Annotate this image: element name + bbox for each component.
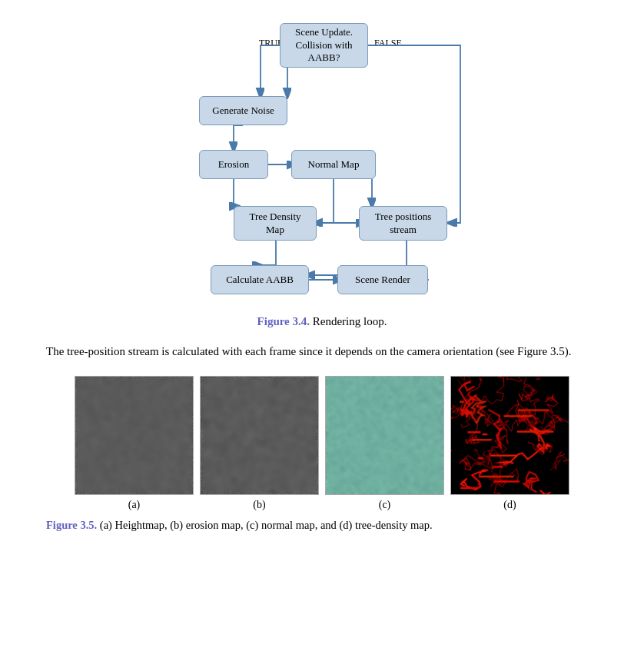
figure35-caption-text: (a) Heightmap, (b) erosion map, (c) norm…	[97, 519, 432, 531]
erosion-box: Erosion	[199, 150, 268, 179]
image-cell-a: (a)	[75, 376, 194, 511]
image-b	[200, 376, 319, 495]
image-a	[75, 376, 194, 495]
figure34-caption: Figure 3.4. Rendering loop.	[46, 315, 598, 328]
erosion-label: Erosion	[218, 158, 249, 171]
image-d	[450, 376, 569, 495]
image-cell-b: (b)	[200, 376, 319, 511]
image-cell-d: (d)	[450, 376, 569, 511]
figure35-caption: Figure 3.5. (a) Heightmap, (b) erosion m…	[46, 517, 598, 534]
tree-positions-box: Tree positionsstream	[359, 206, 447, 241]
flowchart: TRUE FALSE	[161, 15, 483, 307]
images-row: (a) (b) (c) (d)	[46, 376, 598, 511]
figure34-caption-text: Rendering loop.	[310, 315, 387, 327]
scene-render-label: Scene Render	[355, 274, 410, 287]
calculate-aabb-label: Calculate AABB	[226, 274, 294, 287]
figure35-label: Figure 3.5.	[46, 519, 97, 531]
scene-update-box: Scene Update.Collision withAABB?	[280, 23, 368, 68]
image-cell-c: (c)	[325, 376, 444, 511]
image-label-a: (a)	[128, 499, 141, 511]
tree-density-label: Tree DensityMap	[249, 211, 300, 237]
scene-render-box: Scene Render	[337, 265, 428, 294]
body-paragraph: The tree-position stream is calculated w…	[46, 342, 598, 360]
normal-map-box: Normal Map	[291, 150, 376, 179]
svg-text:FALSE: FALSE	[374, 38, 402, 48]
flowchart-container: TRUE FALSE	[46, 15, 598, 307]
tree-density-box: Tree DensityMap	[234, 206, 317, 241]
generate-noise-label: Generate Noise	[212, 105, 274, 118]
scene-update-label: Scene Update.Collision withAABB?	[295, 26, 353, 65]
image-label-d: (d)	[503, 499, 516, 511]
calculate-aabb-box: Calculate AABB	[211, 265, 309, 294]
image-label-c: (c)	[379, 499, 391, 511]
image-label-b: (b)	[253, 499, 265, 511]
figure34-label: Figure 3.4.	[257, 315, 310, 327]
normal-map-label: Normal Map	[308, 158, 360, 171]
generate-noise-box: Generate Noise	[199, 96, 287, 125]
image-c	[325, 376, 444, 495]
tree-positions-label: Tree positionsstream	[375, 211, 432, 237]
